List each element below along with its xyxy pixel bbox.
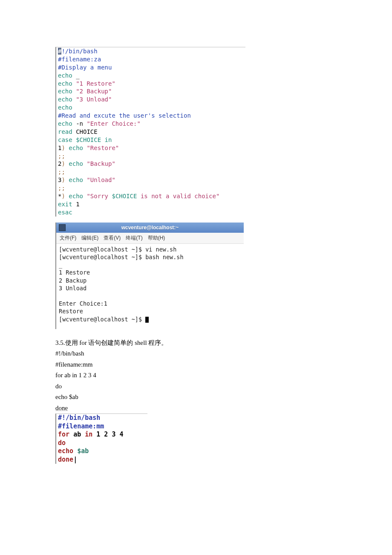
doc-line-1: #!/bin/bash	[55, 348, 337, 359]
str-backup2: "Backup"	[83, 160, 115, 167]
paren: )	[61, 193, 69, 199]
str-restore: "1 Restore"	[72, 80, 115, 87]
dsemi: ;;	[58, 168, 65, 175]
comment-display: #Display a menu	[58, 64, 112, 71]
num-exit: 1	[76, 201, 79, 208]
menu-edit[interactable]: 编辑(E)	[81, 234, 98, 242]
terminal-titlebar[interactable]: wcventure@localhost:~	[56, 223, 244, 233]
paren: )	[61, 145, 69, 151]
str-sorry: "Sorry	[83, 193, 112, 199]
doc-line-6: done	[55, 403, 145, 414]
menu-terminal[interactable]: 终端(T)	[126, 234, 142, 242]
in-kw: in	[105, 136, 112, 143]
case-kw: case	[58, 136, 76, 143]
var-choice: CHOICE	[76, 128, 98, 135]
shebang-2: #!/bin/bash	[58, 414, 100, 422]
str-unload2: "Unload"	[83, 176, 115, 183]
doc-line-2: #filename:mm	[55, 359, 337, 370]
str-unload: "3 Unload"	[72, 96, 112, 103]
paren: )	[61, 176, 69, 183]
shebang-rest: !/bin/bash	[61, 48, 97, 55]
code-block-mm-script: #!/bin/bash #filename:mm for ab in 1 2 3…	[55, 413, 147, 464]
dsemi: ;;	[58, 185, 65, 191]
underscore: _	[76, 72, 79, 79]
var-ab-ref: $ab	[77, 447, 89, 455]
doc-text-block: 3.5.使用 for 语句创建简单的 shell 程序。 #!/bin/bash…	[55, 338, 337, 414]
read-kw: read	[58, 128, 76, 135]
terminal-icon	[59, 224, 66, 231]
str-restore2: "Restore"	[83, 145, 119, 151]
esac-kw: esac	[58, 209, 72, 216]
terminal-output: [wcventure@localhost ~]$ vi new.sh [wcve…	[59, 246, 184, 323]
echo-kw: echo	[58, 96, 72, 103]
code-block-za-script: #!/bin/bash #filename:za #Display a menu…	[55, 47, 245, 217]
echo-kw: echo	[69, 193, 83, 199]
terminal-window: wcventure@localhost:~ 文件(F) 编辑(E) 查看(V) …	[55, 223, 244, 329]
str-backup: "2 Backup"	[72, 88, 112, 95]
terminal-cursor	[145, 317, 149, 323]
menu-file[interactable]: 文件(F)	[60, 234, 76, 242]
doc-heading-35: 3.5.使用 for 语句创建简单的 shell 程序。	[55, 338, 337, 349]
menu-help[interactable]: 帮助(H)	[148, 234, 165, 242]
done-kw: done	[58, 456, 73, 463]
str-notvalid: is not a valid choice"	[137, 193, 219, 199]
dsemi: ;;	[58, 153, 65, 159]
comment-mm: #filename:mm	[58, 422, 104, 430]
doc-line-4: do	[55, 381, 337, 392]
echo-kw: echo	[58, 80, 72, 87]
echo-kw: echo	[58, 104, 72, 111]
var-choice-ref: $CHOICE	[76, 136, 104, 143]
terminal-body[interactable]: [wcventure@localhost ~]$ vi new.sh [wcve…	[56, 244, 244, 329]
comment-filename: #filename:za	[58, 56, 101, 63]
var-choice2: $CHOICE	[112, 193, 137, 199]
echo-kw: echo	[58, 72, 72, 79]
exit-kw: exit	[58, 201, 76, 208]
str-enter: "Enter Choice:"	[86, 120, 140, 127]
do-kw: do	[58, 439, 66, 447]
echo-kw: echo	[58, 120, 72, 127]
paren: )	[61, 160, 69, 167]
echo-kw: echo	[58, 88, 72, 95]
nums-1234: 1 2 3 4	[96, 431, 123, 438]
terminal-menubar: 文件(F) 编辑(E) 查看(V) 终端(T) 帮助(H)	[56, 233, 244, 244]
for-kw: for	[58, 431, 73, 438]
comment-read: #Read and excute the user's selection	[58, 112, 191, 119]
document-page: #!/bin/bash #filename:za #Display a menu…	[0, 0, 392, 555]
echo-kw2: echo	[58, 447, 77, 455]
in-kw2: in	[85, 431, 96, 438]
doc-line-5: echo $ab	[55, 392, 337, 403]
echo-kw: echo	[69, 160, 83, 167]
echo-kw: echo	[69, 176, 83, 183]
var-ab: ab	[73, 431, 85, 438]
echo-kw: echo	[69, 145, 83, 151]
menu-view[interactable]: 查看(V)	[104, 234, 121, 242]
doc-line-3: for ab in 1 2 3 4	[55, 370, 337, 381]
flag-n: -n	[72, 120, 87, 127]
terminal-title: wcventure@localhost:~	[121, 225, 179, 231]
text-cursor: |	[73, 456, 77, 463]
